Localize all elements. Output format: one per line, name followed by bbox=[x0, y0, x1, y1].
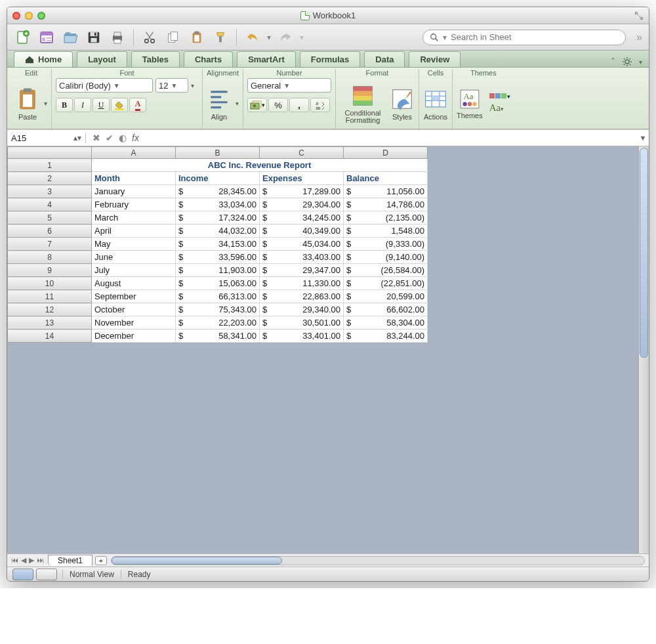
ribbon-tab-data[interactable]: Data bbox=[364, 51, 405, 67]
data-cell[interactable]: August bbox=[92, 277, 176, 290]
data-cell[interactable]: February bbox=[92, 198, 176, 211]
name-box-spinner[interactable]: ▴▾ bbox=[73, 133, 81, 142]
header-cell[interactable]: Month bbox=[92, 172, 176, 185]
decimal-buttons[interactable]: .0.00 bbox=[310, 98, 330, 112]
actions-button[interactable]: Actions bbox=[423, 87, 448, 121]
chevron-down-icon[interactable]: ▾ bbox=[44, 100, 47, 107]
sheet-tab[interactable]: Sheet1 bbox=[48, 555, 92, 566]
currency-button[interactable]: ▾ bbox=[247, 98, 267, 112]
undo-icon[interactable] bbox=[243, 28, 262, 47]
data-cell[interactable]: October bbox=[92, 303, 176, 316]
fullscreen-icon[interactable] bbox=[634, 11, 644, 20]
data-cell[interactable]: $17,289.00 bbox=[260, 185, 344, 198]
row-header[interactable]: 5 bbox=[8, 211, 92, 225]
number-format-dropdown[interactable]: General▼ bbox=[247, 78, 331, 93]
close-window-button[interactable] bbox=[12, 12, 20, 20]
align-button[interactable]: Align bbox=[207, 87, 232, 121]
data-cell[interactable]: $(22,851.00) bbox=[344, 277, 428, 290]
data-cell[interactable]: $33,596.00 bbox=[176, 251, 260, 264]
data-cell[interactable]: $34,153.00 bbox=[176, 238, 260, 251]
row-header[interactable]: 1 bbox=[8, 159, 92, 172]
italic-button[interactable]: I bbox=[74, 98, 91, 112]
row-header[interactable]: 4 bbox=[8, 198, 92, 211]
ribbon-tab-home[interactable]: Home bbox=[14, 51, 73, 67]
header-cell[interactable]: Balance bbox=[344, 172, 428, 185]
comma-button[interactable]: , bbox=[289, 98, 309, 112]
data-cell[interactable]: $33,403.00 bbox=[260, 251, 344, 264]
font-size-dropdown[interactable]: 12▼ bbox=[155, 78, 188, 93]
font-color-button[interactable]: A bbox=[129, 98, 146, 112]
data-cell[interactable]: $33,401.00 bbox=[260, 330, 344, 343]
prev-sheet-icon[interactable]: ◀ bbox=[21, 556, 26, 565]
row-header[interactable]: 11 bbox=[8, 290, 92, 303]
data-cell[interactable]: $29,347.00 bbox=[260, 264, 344, 277]
last-sheet-icon[interactable]: ⏭ bbox=[37, 556, 44, 565]
first-sheet-icon[interactable]: ⏮ bbox=[11, 556, 18, 565]
copy-icon[interactable] bbox=[164, 28, 182, 47]
minimize-window-button[interactable] bbox=[25, 12, 33, 20]
column-header[interactable]: C bbox=[260, 147, 344, 159]
data-cell[interactable]: March bbox=[92, 211, 176, 225]
row-header[interactable]: 8 bbox=[8, 251, 92, 264]
fill-color-button[interactable] bbox=[111, 98, 128, 112]
next-sheet-icon[interactable]: ▶ bbox=[29, 556, 34, 565]
data-cell[interactable]: $11,330.00 bbox=[260, 277, 344, 290]
data-cell[interactable]: November bbox=[92, 316, 176, 330]
data-cell[interactable]: $30,501.00 bbox=[260, 316, 344, 330]
column-header[interactable]: B bbox=[176, 147, 260, 159]
data-cell[interactable]: $(26,584.00) bbox=[344, 264, 428, 277]
row-header[interactable]: 3 bbox=[8, 185, 92, 198]
data-cell[interactable]: $20,599.00 bbox=[344, 290, 428, 303]
row-header[interactable]: 9 bbox=[8, 264, 92, 277]
scrollbar-thumb[interactable] bbox=[112, 557, 282, 565]
data-cell[interactable]: $45,034.00 bbox=[260, 238, 344, 251]
row-header[interactable]: 2 bbox=[8, 172, 92, 185]
paste-button[interactable]: Paste bbox=[15, 87, 40, 121]
open-icon[interactable] bbox=[61, 28, 79, 47]
data-cell[interactable]: $44,032.00 bbox=[176, 225, 260, 238]
scrollbar-thumb[interactable] bbox=[640, 148, 648, 358]
zoom-window-button[interactable] bbox=[37, 12, 45, 20]
search-box[interactable]: ▾ bbox=[422, 30, 626, 45]
row-header[interactable]: 12 bbox=[8, 303, 92, 316]
new-workbook-icon[interactable] bbox=[14, 28, 32, 47]
data-cell[interactable]: $15,063.00 bbox=[176, 277, 260, 290]
font-name-dropdown[interactable]: Calibri (Body)▼ bbox=[56, 78, 153, 93]
template-gallery-icon[interactable] bbox=[37, 28, 56, 47]
save-icon[interactable] bbox=[85, 28, 103, 47]
row-header[interactable]: 10 bbox=[8, 277, 92, 290]
data-cell[interactable]: $66,602.00 bbox=[344, 303, 428, 316]
data-cell[interactable]: $33,034.00 bbox=[176, 198, 260, 211]
data-cell[interactable]: $11,903.00 bbox=[176, 264, 260, 277]
fx-icon[interactable]: fx bbox=[132, 133, 139, 143]
paste-icon[interactable] bbox=[188, 28, 206, 47]
data-cell[interactable]: $11,056.00 bbox=[344, 185, 428, 198]
ribbon-tab-formulas[interactable]: Formulas bbox=[300, 51, 361, 67]
data-cell[interactable]: June bbox=[92, 251, 176, 264]
data-cell[interactable]: $(2,135.00) bbox=[344, 211, 428, 225]
data-cell[interactable]: $66,313.00 bbox=[176, 290, 260, 303]
format-painter-icon[interactable] bbox=[211, 28, 230, 47]
data-cell[interactable]: July bbox=[92, 264, 176, 277]
styles-button[interactable]: Styles bbox=[390, 87, 415, 121]
chevron-down-icon[interactable]: ▾ bbox=[236, 100, 239, 107]
header-cell[interactable]: Income bbox=[176, 172, 260, 185]
underline-button[interactable]: U bbox=[92, 98, 110, 112]
row-header[interactable]: 13 bbox=[8, 316, 92, 330]
header-cell[interactable]: Expenses bbox=[260, 172, 344, 185]
data-cell[interactable]: $40,349.00 bbox=[260, 225, 344, 238]
search-input[interactable] bbox=[451, 32, 619, 42]
data-cell[interactable]: April bbox=[92, 225, 176, 238]
row-header[interactable]: 14 bbox=[8, 330, 92, 343]
row-header[interactable]: 7 bbox=[8, 238, 92, 251]
data-cell[interactable]: December bbox=[92, 330, 176, 343]
bold-button[interactable]: B bbox=[56, 98, 73, 112]
theme-colors-icon[interactable]: ▾ bbox=[489, 93, 510, 100]
data-cell[interactable]: $75,343.00 bbox=[176, 303, 260, 316]
data-cell[interactable]: $28,345.00 bbox=[176, 185, 260, 198]
horizontal-scrollbar[interactable] bbox=[111, 556, 645, 565]
data-cell[interactable]: $(9,333.00) bbox=[344, 238, 428, 251]
data-cell[interactable]: $34,245.00 bbox=[260, 211, 344, 225]
data-cell[interactable]: $14,786.00 bbox=[344, 198, 428, 211]
data-cell[interactable]: $1,548.00 bbox=[344, 225, 428, 238]
